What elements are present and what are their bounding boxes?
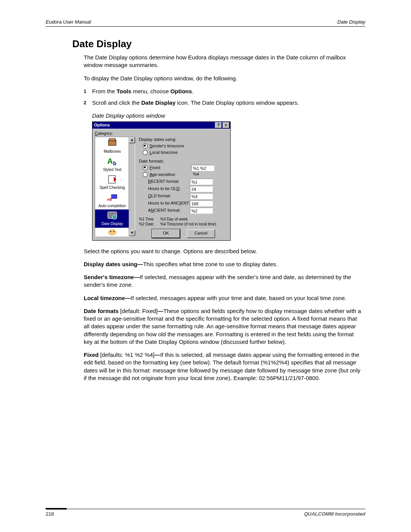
scroll-up-button[interactable]: ▲ [129,137,135,143]
format-key-legend: %1 Time %2 Date %3 Day of week %4 Timezo… [139,217,228,227]
hours-old-label: Hours to be OLD: [148,186,190,192]
footer-rule [46,508,365,510]
spell-checking-icon [106,174,118,185]
header-left: Eudora User Manual [46,19,91,25]
intro-paragraph-2: To display the Date Display options wind… [84,75,362,82]
step-2-number: 2 [84,99,92,107]
svg-text:A: A [107,157,113,165]
radio-icon [143,172,148,177]
category-item-extra[interactable] [95,228,129,236]
cancel-button[interactable]: Cancel [187,229,215,238]
options-dialog: Options ? × Category: [92,121,231,241]
step-1-number: 1 [84,88,92,95]
scroll-down-button[interactable]: ▼ [129,230,135,236]
hours-ancient-label: Hours to be ANCIENT: [148,200,190,206]
help-button[interactable]: ? [215,122,222,128]
page-number: 218 [46,511,54,517]
svg-rect-5 [112,195,117,198]
date-formats-desc: Date formats [default: Fixed]—These opti… [84,307,362,346]
ok-button[interactable]: OK [152,229,180,238]
ancient-format-label: ANCIENT format: [148,208,190,213]
svg-text:b: b [113,160,116,166]
ancient-format-input[interactable]: %2 [190,208,213,214]
radio-icon [143,144,148,149]
page-title: Date Display [72,38,365,50]
old-format-label: OLD format: [148,193,190,199]
after-paragraph: Select the options you want to change. O… [84,248,362,255]
header-rule [46,26,365,27]
dialog-title: Options [94,122,110,128]
close-button[interactable]: × [223,122,229,128]
header-right: Date Display [337,19,365,25]
svg-point-8 [112,215,117,219]
svg-point-10 [110,231,112,232]
radio-age-sensitive[interactable]: Age-sensitive: [143,172,228,177]
footer-company: QUALCOMM Incorporated [304,511,365,517]
svg-point-11 [113,231,115,232]
step-1-text: From the Tools menu, choose Options. [92,88,362,95]
svg-text:AB: AB [107,198,112,201]
step-2: 2 Scroll and click the Date Display icon… [84,99,362,107]
local-timezone-desc: Local timezone—If selected, messages app… [84,294,362,302]
auto-completion-icon: AB [106,192,118,203]
category-label: Category: [95,131,228,136]
styled-text-icon: Ab [106,156,118,167]
category-item-styled-text[interactable]: Ab Styled Text [95,155,129,174]
category-item-mailboxes[interactable]: Mailboxes [95,137,129,155]
fixed-desc: Fixed [defaults: %1 %2 %4]—If this is se… [84,351,362,382]
recent-format-label: RECENT format: [148,179,190,184]
radio-senders-timezone[interactable]: Sender's timezone [143,143,228,149]
svg-rect-1 [109,139,115,141]
old-format-input[interactable]: %3 [190,193,213,199]
radio-local-timezone[interactable]: Local timezone [143,150,228,155]
category-list[interactable]: Mailboxes Ab Styled Text [95,137,135,236]
display-dates-using-desc: Display dates using—This specifies what … [84,260,362,268]
dialog-titlebar: Options ? × [92,122,230,129]
figure-caption: Date Display options window [92,112,362,120]
svg-point-9 [108,230,116,235]
hours-ancient-input[interactable]: 168 [190,200,213,206]
category-item-auto-completion[interactable]: AB Auto-completion [95,192,129,210]
recent-format-input[interactable]: %1 [190,179,213,185]
intro-paragraph-1: The Date Display options determine how E… [84,54,362,69]
category-item-date-display[interactable]: Date Display [95,209,129,228]
senders-timezone-desc: Sender's timezone—If selected, messages … [84,273,362,289]
display-dates-using-label: Display dates using: [139,137,228,142]
hours-old-input[interactable]: 24 [190,186,213,192]
date-display-icon [106,210,118,221]
radio-icon [143,150,148,155]
step-2-text: Scroll and click the Date Display icon. … [92,99,362,107]
extra-icon [106,228,118,236]
date-formats-label: Date formats: [139,158,228,164]
radio-fixed[interactable] [143,165,148,170]
category-scrollbar[interactable]: ▲ ▼ [129,137,135,236]
category-item-spell-checking[interactable]: Spell Checking [95,173,129,192]
fixed-format-input[interactable]: %1 %2 %4 [191,165,214,171]
step-1: 1 From the Tools menu, choose Options. [84,88,362,95]
mailboxes-icon [106,138,118,149]
